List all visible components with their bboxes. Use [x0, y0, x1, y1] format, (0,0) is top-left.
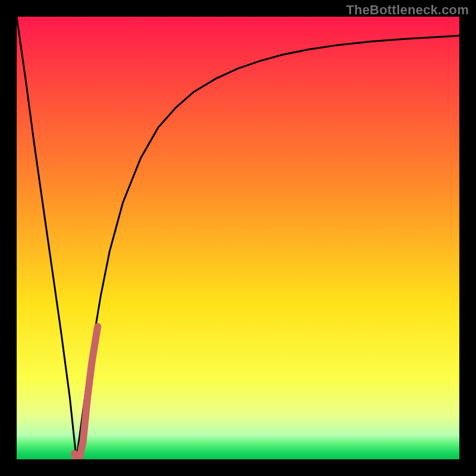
watermark-text: TheBottleneck.com: [346, 2, 469, 18]
plot-area: [17, 17, 459, 459]
chart-frame: TheBottleneck.com: [0, 0, 476, 476]
gradient-background: [17, 17, 459, 459]
chart-svg: [17, 17, 459, 459]
